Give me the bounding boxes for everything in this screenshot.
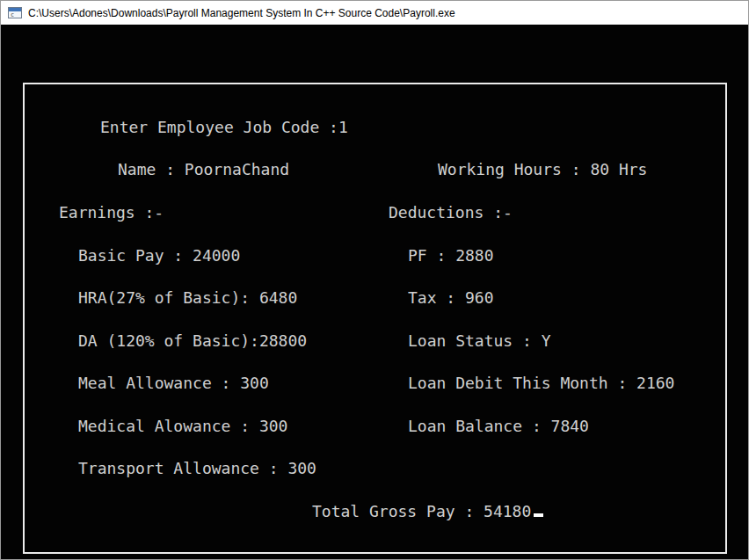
employee-name-value: Name : PoornaChand xyxy=(118,161,289,178)
console-screen[interactable]: Enter Employee Job Code :1 Name : Poorna… xyxy=(1,25,748,559)
working-hours-value: Working Hours : 80 Hrs xyxy=(438,161,647,178)
total-gross-pay-line: Total Gross Pay : 54180 xyxy=(312,503,543,520)
deduction-row-loan-balance: Loan Balance : 7840 xyxy=(408,418,589,435)
earning-row-da: DA (120% of Basic):28800 xyxy=(78,332,307,350)
console-icon-prompt-glyph: c xyxy=(11,11,14,18)
earning-row-hra: HRA(27% of Basic): 6480 xyxy=(78,289,297,307)
window-title: C:\Users\Adones\Downloads\Payroll Manage… xyxy=(28,7,455,19)
deductions-header: Deductions :- xyxy=(389,204,513,222)
titlebar[interactable]: c C:\Users\Adones\Downloads\Payroll Mana… xyxy=(1,1,748,25)
prompt-line: Enter Employee Job Code :1 xyxy=(100,119,348,136)
console-icon[interactable]: c xyxy=(8,7,22,18)
console-border-frame xyxy=(23,83,727,554)
earning-row-medical-allowance: Medical Alowance : 300 xyxy=(78,418,287,435)
deduction-row-pf: PF : 2880 xyxy=(408,247,494,265)
earning-row-transport-allowance: Transport Allowance : 300 xyxy=(78,460,316,477)
deduction-row-loan-debit: Loan Debit This Month : 2160 xyxy=(408,375,674,392)
earning-row-basic-pay: Basic Pay : 24000 xyxy=(78,247,240,265)
earning-row-meal-allowance: Meal Allowance : 300 xyxy=(78,375,269,392)
deduction-row-tax: Tax : 960 xyxy=(408,289,494,307)
deduction-row-loan-status: Loan Status : Y xyxy=(408,332,551,350)
text-cursor xyxy=(534,513,543,517)
earnings-header: Earnings :- xyxy=(59,204,164,222)
total-gross-pay-value: Total Gross Pay : 54180 xyxy=(312,502,531,520)
console-window: c C:\Users\Adones\Downloads\Payroll Mana… xyxy=(0,0,749,560)
